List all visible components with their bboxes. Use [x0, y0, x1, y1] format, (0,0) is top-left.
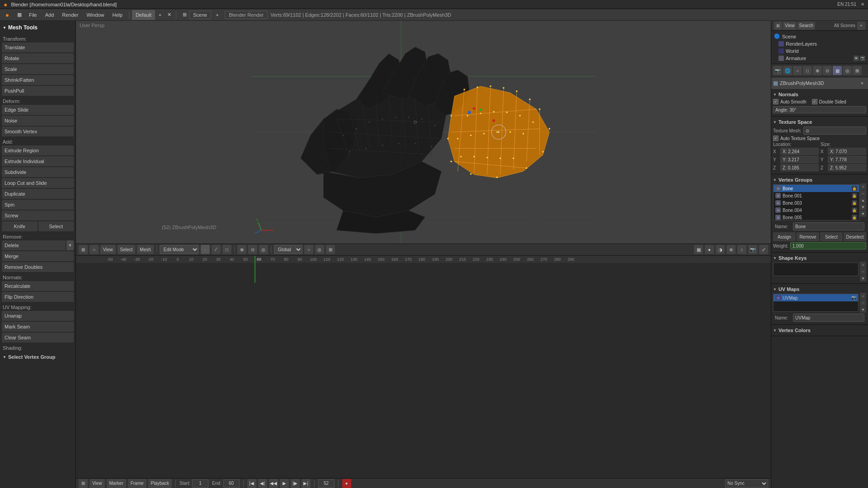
step-back-btn[interactable]: ◀|: [258, 479, 267, 488]
vgroup-assign-btn[interactable]: Assign: [773, 232, 796, 241]
vgroup-lock-1[interactable]: 🔒: [852, 193, 857, 198]
auto-smooth-checkbox[interactable]: ✓: [773, 99, 778, 104]
knife-btn[interactable]: Knife: [2, 221, 38, 231]
vgroup-remove-action-btn[interactable]: Remove: [797, 232, 819, 241]
vgroup-lock-2[interactable]: 🔒: [852, 200, 857, 206]
angle-field[interactable]: Angle: 30°: [773, 106, 866, 113]
texture-display-icon[interactable]: ⊛: [726, 245, 736, 254]
clear-seam-btn[interactable]: Clear Seam: [2, 333, 74, 343]
shape-key-add-btn[interactable]: +: [860, 262, 866, 268]
start-frame-input[interactable]: [192, 479, 208, 488]
rs-view-btn[interactable]: View: [783, 22, 797, 30]
overlay-icon[interactable]: ◑: [716, 245, 725, 254]
default-layout-btn[interactable]: Default: [132, 10, 155, 20]
smooth-vertex-btn[interactable]: Smooth Vertex: [2, 127, 74, 136]
vgroup-lock-0[interactable]: 🔒: [852, 186, 857, 191]
scene-tree-world[interactable]: World: [773, 47, 866, 55]
vgroup-lock-4[interactable]: 🔒: [852, 215, 857, 220]
rs-view-icon[interactable]: ⊞: [774, 22, 782, 30]
vertex-select-icon[interactable]: ·: [201, 245, 210, 254]
uv-name-input[interactable]: [793, 314, 864, 322]
scene-tree-renderlayers[interactable]: RenderLayers: [773, 40, 866, 47]
shape-keys-title[interactable]: Shape Keys: [773, 254, 866, 262]
uv-map-uvmap[interactable]: ⊞ UVMap 📷: [774, 294, 858, 301]
vgroup-up-btn[interactable]: ▲: [860, 197, 866, 203]
noise-btn[interactable]: Noise: [2, 116, 74, 126]
mark-seam-btn[interactable]: Mark Seam: [2, 322, 74, 332]
extrude-region-btn[interactable]: Extrude Region: [2, 145, 74, 155]
vertex-groups-title[interactable]: Vertex Groups: [773, 176, 866, 183]
menu-render[interactable]: Render: [58, 10, 82, 20]
vgroup-deselect-btn[interactable]: Deselect: [844, 232, 866, 241]
layout-close[interactable]: ✕: [165, 10, 173, 20]
sy-coord-field[interactable]: Y: 7.778: [828, 156, 866, 163]
spin-btn[interactable]: Spin: [2, 200, 74, 210]
view-type-icon[interactable]: ⊞: [179, 10, 188, 20]
viewport-mode-icon[interactable]: ⊞: [79, 245, 88, 254]
screw-btn[interactable]: Screw: [2, 211, 74, 221]
vgroup-bone-004[interactable]: ⊕ Bone.004 🔒: [774, 206, 859, 214]
face-select-icon[interactable]: □: [222, 245, 231, 254]
vgroup-specials-btn[interactable]: ▼: [860, 211, 866, 217]
constraint-props-icon[interactable]: ⊕: [813, 66, 822, 75]
normals-section-title[interactable]: Normals: [773, 91, 866, 98]
timeline-type-icon[interactable]: ⊞: [79, 479, 88, 488]
viewport-select-btn[interactable]: Select: [118, 245, 136, 254]
texture-space-title[interactable]: Texture Space: [773, 118, 866, 126]
timeline-frame-btn[interactable]: Frame: [128, 479, 146, 488]
merge-btn[interactable]: Merge: [2, 251, 74, 261]
world-props-icon[interactable]: ○: [793, 66, 802, 75]
vgroup-remove-btn[interactable]: −: [860, 190, 866, 197]
prop-edit-icon[interactable]: ○: [304, 245, 313, 254]
renderer-selector[interactable]: Blender Render: [225, 11, 268, 19]
timeline-playback-btn[interactable]: Playback: [148, 479, 172, 488]
recalculate-btn[interactable]: Recalculate: [2, 281, 74, 291]
menu-window[interactable]: Window: [83, 10, 108, 20]
transform-icon3[interactable]: ◎: [259, 245, 268, 254]
timeline-view-btn[interactable]: View: [90, 479, 105, 488]
menu-file[interactable]: File: [25, 10, 41, 20]
translate-btn[interactable]: Translate: [2, 42, 74, 52]
jump-start-btn[interactable]: |◀: [247, 479, 256, 488]
object-props-icon[interactable]: □: [803, 66, 812, 75]
vgroup-name-input[interactable]: [793, 222, 864, 230]
unwrap-btn[interactable]: Unwrap: [2, 311, 74, 321]
render-props-icon[interactable]: 📷: [773, 66, 782, 75]
uv-camera-icon-0[interactable]: 📷: [851, 296, 856, 300]
texture-mesh-field[interactable]: ⊙: [803, 127, 866, 135]
proportional-connected[interactable]: ◎: [315, 245, 324, 254]
edge-select-icon[interactable]: ⁄: [212, 245, 221, 254]
scale-btn[interactable]: Scale: [2, 64, 74, 74]
sx-coord-field[interactable]: X: 7.070: [828, 148, 866, 155]
flip-direction-btn[interactable]: Flip Direction: [2, 292, 74, 302]
layout-expand[interactable]: +: [156, 10, 164, 20]
current-frame-input[interactable]: [318, 479, 335, 488]
uv-map-down-btn[interactable]: ▼: [860, 306, 866, 313]
rotate-btn[interactable]: Rotate: [2, 53, 74, 63]
scene-link[interactable]: +: [212, 10, 220, 20]
subdivide-btn[interactable]: Subdivide: [2, 167, 74, 177]
mode-selector-icon[interactable]: ▦: [14, 10, 24, 20]
sz-coord-field[interactable]: Z: 5.952: [828, 164, 866, 171]
vgroup-add-btn[interactable]: +: [860, 183, 866, 190]
weight-field[interactable]: 1.000: [790, 242, 866, 249]
scene-selector[interactable]: Scene: [189, 11, 211, 19]
close-icon[interactable]: ✕: [861, 2, 864, 7]
3d-viewport[interactable]: User Persp: [76, 21, 771, 244]
y-coord-field[interactable]: Y: 3.217: [780, 156, 819, 163]
camera-view-icon[interactable]: 📷: [748, 245, 757, 254]
global-local-selector[interactable]: Global Local Normal: [274, 245, 302, 254]
double-sided-checkbox[interactable]: ✓: [812, 99, 817, 104]
viewport-mesh-btn[interactable]: Mesh: [137, 245, 153, 254]
timeline-marker-btn[interactable]: Marker: [107, 479, 126, 488]
solid-display-icon[interactable]: ●: [705, 245, 714, 254]
end-frame-input[interactable]: [223, 479, 240, 488]
extrude-individual-btn[interactable]: Extrude Individual: [2, 156, 74, 166]
viewport-view-btn[interactable]: View: [100, 245, 116, 254]
uv-map-add-btn[interactable]: +: [860, 293, 866, 299]
push-pull-btn[interactable]: PushPull: [2, 86, 74, 96]
vgroup-bone-001[interactable]: ⊕ Bone.001 🔒: [774, 192, 859, 199]
texture-props-icon[interactable]: ⊞: [853, 66, 862, 75]
transform-snap-icon[interactable]: ⊕: [237, 245, 246, 254]
armature-restrict-icon[interactable]: 👁: [854, 56, 859, 61]
